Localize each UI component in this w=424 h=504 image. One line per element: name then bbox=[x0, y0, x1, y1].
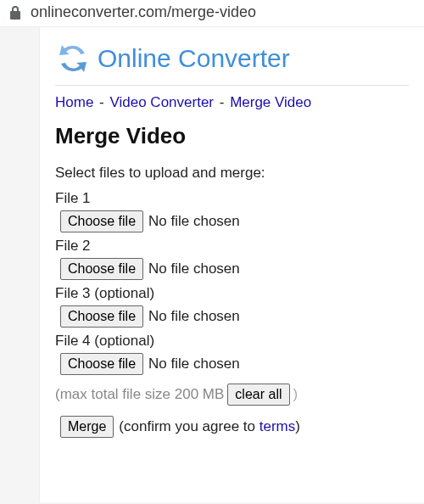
choose-file-button[interactable]: Choose file bbox=[60, 353, 143, 375]
breadcrumb-merge-video[interactable]: Merge Video bbox=[230, 94, 311, 110]
file-size-limit: (max total file size 200 MB clear all ) bbox=[55, 384, 409, 406]
breadcrumb: Home - Video Converter - Merge Video bbox=[55, 94, 409, 111]
page-body: Online Converter Home - Video Converter … bbox=[39, 27, 424, 502]
file-status: No file chosen bbox=[148, 213, 240, 230]
logo-text: Online Converter bbox=[98, 44, 290, 73]
file-row-4: File 4 (optional) Choose file No file ch… bbox=[55, 333, 409, 375]
address-bar-url[interactable]: onlineconverter.com/merge-video bbox=[31, 3, 256, 21]
file-row-1: File 1 Choose file No file chosen bbox=[55, 190, 409, 232]
breadcrumb-home[interactable]: Home bbox=[55, 94, 93, 110]
terms-link[interactable]: terms bbox=[259, 418, 296, 434]
file-status: No file chosen bbox=[148, 308, 240, 325]
breadcrumb-sep: - bbox=[95, 94, 108, 110]
limit-close: ) bbox=[293, 386, 298, 403]
file-row-2: File 2 Choose file No file chosen bbox=[55, 238, 409, 280]
browser-address-bar: onlineconverter.com/merge-video bbox=[0, 0, 424, 27]
file-label: File 3 (optional) bbox=[55, 285, 409, 302]
confirm-text: (confirm you agree to terms) bbox=[119, 418, 300, 435]
choose-file-button[interactable]: Choose file bbox=[60, 258, 143, 280]
breadcrumb-sep: - bbox=[215, 94, 228, 110]
choose-file-button[interactable]: Choose file bbox=[60, 305, 143, 328]
site-logo[interactable]: Online Converter bbox=[55, 37, 409, 86]
file-row-3: File 3 (optional) Choose file No file ch… bbox=[55, 285, 409, 328]
submit-row: Merge (confirm you agree to terms) bbox=[60, 416, 409, 438]
merge-button[interactable]: Merge bbox=[60, 416, 114, 438]
file-label: File 4 (optional) bbox=[55, 333, 409, 350]
refresh-icon bbox=[55, 41, 91, 76]
lock-icon bbox=[8, 5, 22, 20]
file-label: File 2 bbox=[55, 238, 409, 255]
clear-all-button[interactable]: clear all bbox=[227, 384, 289, 406]
file-label: File 1 bbox=[55, 190, 409, 207]
page-title: Merge Video bbox=[55, 123, 409, 149]
breadcrumb-video-converter[interactable]: Video Converter bbox=[109, 94, 214, 110]
choose-file-button[interactable]: Choose file bbox=[60, 210, 143, 232]
file-status: No file chosen bbox=[148, 260, 240, 277]
instruction-text: Select files to upload and merge: bbox=[55, 165, 409, 182]
file-status: No file chosen bbox=[148, 356, 240, 372]
limit-text: (max total file size 200 MB bbox=[55, 386, 224, 403]
